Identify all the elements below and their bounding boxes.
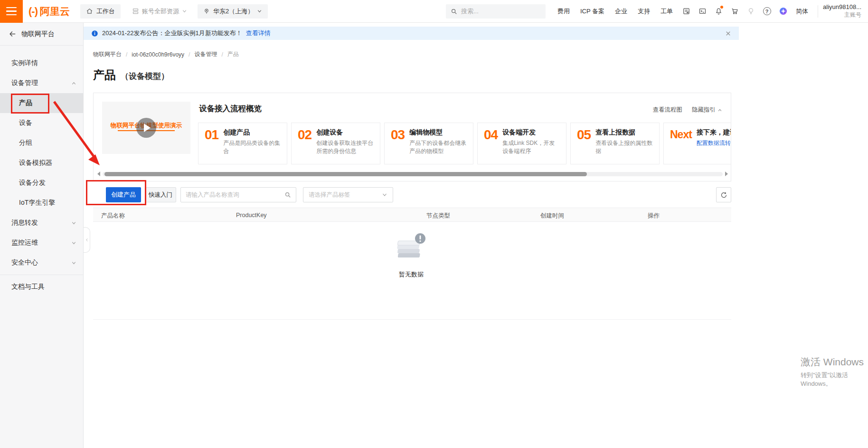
- sidebar-item-device-simulator[interactable]: 设备模拟器: [0, 153, 83, 173]
- step-title: 设备端开发: [502, 128, 560, 137]
- resource-scope-selector[interactable]: 账号全部资源: [132, 7, 187, 16]
- no-data-icon: [394, 232, 429, 263]
- sidebar-item-docs-tools[interactable]: 文档与工具: [0, 277, 83, 297]
- breadcrumb-device-management[interactable]: 设备管理: [194, 50, 217, 58]
- product-tag-select[interactable]: 请选择产品标签: [303, 187, 393, 202]
- close-icon[interactable]: [725, 30, 731, 37]
- announcement-text: 2024-01-22发布公告：企业版实例1月新功能发布！: [102, 29, 242, 38]
- sidebar-item-security-center[interactable]: 安全中心: [0, 253, 83, 273]
- announcement-details-link[interactable]: 查看详情: [246, 29, 271, 38]
- resource-scope-label: 账号全部资源: [142, 7, 179, 16]
- aliyun-logo-mark: (-): [28, 5, 38, 18]
- sidebar-item-device-distribution[interactable]: 设备分发: [0, 173, 83, 193]
- sidebar-item-instance-details[interactable]: 实例详情: [0, 53, 83, 73]
- region-selector[interactable]: 华东2（上海）: [198, 4, 268, 19]
- guide-heading: 设备接入流程概览: [199, 104, 262, 114]
- step-description: 产品是同品类设备的集合: [223, 139, 281, 156]
- step-number: 02: [298, 128, 311, 159]
- step-card-4: 04 设备端开发 集成Link SDK，开发设备端程序: [477, 123, 566, 164]
- view-flowchart-link[interactable]: 查看流程图: [653, 106, 683, 114]
- menu-support[interactable]: 支持: [632, 7, 655, 16]
- step-card-next: Next 接下来，建议您可 配置数据流转: [663, 123, 731, 164]
- sidebar-item-monitoring-ops[interactable]: 监控运维: [0, 233, 83, 253]
- configure-data-forwarding-link[interactable]: 配置数据流转: [697, 139, 731, 147]
- cloudshell-terminal-icon[interactable]: [694, 7, 710, 15]
- account-type-label: 主账号: [823, 11, 861, 19]
- scrollbar-track[interactable]: [103, 172, 723, 176]
- api-icon[interactable]: [678, 7, 694, 15]
- back-arrow-icon[interactable]: [9, 30, 17, 38]
- account-widget[interactable]: aliyun98108... 主账号: [823, 3, 868, 19]
- sidebar-title: 物联网平台: [21, 30, 55, 38]
- help-icon[interactable]: ?: [759, 7, 775, 15]
- step-title: 查看上报数据: [595, 128, 653, 137]
- sidebar-item-message-forwarding[interactable]: 消息转发: [0, 213, 83, 233]
- announcement-banner: 2024-01-22发布公告：企业版实例1月新功能发布！ 查看详情: [84, 27, 739, 40]
- windows-activation-watermark: 激活 Windows 转到"设置"以激活 Windows。: [801, 355, 868, 388]
- notification-badge: [720, 6, 723, 9]
- menu-billing[interactable]: 费用: [552, 7, 575, 16]
- step-number: 01: [205, 128, 218, 159]
- step-number: 05: [577, 128, 591, 159]
- sidebar-item-groups[interactable]: 分组: [0, 133, 83, 153]
- quickstart-button[interactable]: 快速入门: [145, 187, 176, 202]
- empty-state-text: 暂无数据: [84, 270, 739, 279]
- scroll-right-arrow-icon[interactable]: [725, 172, 728, 176]
- hamburger-menu-icon[interactable]: [0, 0, 23, 23]
- sidebar-item-device-management[interactable]: 设备管理: [0, 73, 83, 93]
- workbench-button[interactable]: 工作台: [80, 4, 121, 19]
- menu-tickets[interactable]: 工单: [655, 7, 678, 16]
- product-table-header: 产品名称 ProductKey 节点类型 创建时间 操作: [93, 208, 731, 222]
- breadcrumb-instance-id[interactable]: iot-06z00c0h9r6voyy: [132, 51, 184, 58]
- language-switch[interactable]: 简体: [791, 7, 813, 16]
- step-description: 产品下的设备都会继承产品的物模型: [409, 139, 467, 156]
- iot-console-screen: (-) 阿里云 工作台 账号全部资源 华东2（上海）: [0, 0, 868, 448]
- step-title: 创建产品: [223, 128, 281, 137]
- sidebar-collapse-handle[interactable]: [84, 227, 90, 253]
- page-title-main: 产品: [93, 67, 116, 83]
- lightbulb-icon[interactable]: [743, 7, 759, 15]
- menu-icp[interactable]: ICP 备案: [575, 7, 610, 16]
- refresh-button[interactable]: [716, 187, 731, 202]
- main-content: 物联网平台 / iot-06z00c0h9r6voyy / 设备管理 / 产品 …: [84, 40, 739, 448]
- search-icon: [451, 8, 457, 15]
- demo-video-thumbnail[interactable]: 物联网平台物模型使用演示: [102, 102, 190, 154]
- notification-bell-icon[interactable]: [710, 7, 726, 15]
- column-product-name: 产品名称: [101, 212, 125, 220]
- chevron-down-icon: [382, 192, 387, 198]
- step-number: Next: [670, 128, 692, 159]
- step-description: 集成Link SDK，开发设备端程序: [502, 139, 560, 156]
- menu-enterprise[interactable]: 企业: [610, 7, 632, 16]
- sidebar-item-iot-twin-engine[interactable]: IoT孪生引擎: [0, 193, 83, 213]
- sidebar-header: 物联网平台: [0, 23, 83, 46]
- scrollbar-thumb[interactable]: [104, 172, 587, 176]
- global-search-input[interactable]: [461, 8, 545, 15]
- home-icon: [86, 8, 93, 15]
- product-search-box: [180, 187, 296, 202]
- step-title: 接下来，建议您可: [697, 128, 731, 137]
- global-search[interactable]: [446, 4, 546, 19]
- chevron-up-icon: [71, 81, 76, 86]
- breadcrumb-current-products: 产品: [227, 50, 239, 58]
- column-product-key: ProductKey: [236, 212, 267, 219]
- search-icon[interactable]: [284, 191, 291, 198]
- aliyun-logo[interactable]: (-) 阿里云: [28, 5, 70, 18]
- empty-state: 暂无数据: [84, 232, 739, 279]
- breadcrumb-iot-platform[interactable]: 物联网平台: [93, 50, 122, 58]
- aliyun-logo-text: 阿里云: [40, 5, 70, 18]
- account-username: aliyun98108...: [823, 3, 861, 11]
- column-created-time: 创建时间: [540, 212, 564, 220]
- cart-icon[interactable]: [726, 7, 743, 15]
- info-icon: [91, 30, 98, 37]
- sidebar-nav: 实例详情 设备管理 产品 设备 分组 设备模拟器 设备分发 IoT孪生引擎 消息…: [0, 46, 83, 297]
- hide-guide-link[interactable]: 隐藏指引: [692, 106, 722, 114]
- step-title: 编辑物模型: [409, 128, 467, 137]
- xuanji-star-icon[interactable]: [775, 7, 791, 16]
- sidebar-item-devices[interactable]: 设备: [0, 113, 83, 133]
- table-bottom-border: [93, 319, 731, 320]
- product-search-input[interactable]: [186, 191, 281, 198]
- scroll-left-arrow-icon[interactable]: [97, 172, 100, 176]
- sidebar-item-products[interactable]: 产品: [0, 93, 83, 113]
- create-product-button[interactable]: 创建产品: [106, 187, 141, 202]
- step-description: 创建设备获取连接平台所需的身份信息: [316, 139, 374, 156]
